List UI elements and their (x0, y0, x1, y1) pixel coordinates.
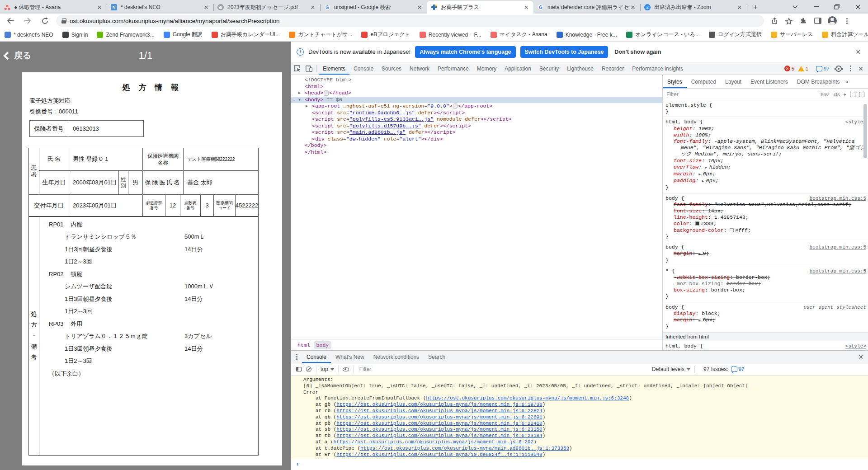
css-rule[interactable]: body {user agent stylesheetdisplay: bloc… (663, 302, 868, 333)
bookmark-item[interactable]: Zend Framework3... (97, 32, 154, 38)
stack-frame-link[interactable]: https://ost.okusuriplus.com/okusuriplus-… (336, 452, 542, 457)
stack-frame-link[interactable]: https://ost.okusuriplus.com/okusuriplus-… (334, 439, 533, 445)
infobar-close-icon[interactable]: ✕ (854, 47, 863, 56)
expand-arrow-icon[interactable]: ▶ (298, 90, 301, 97)
warning-badge[interactable]: 1 (798, 66, 808, 71)
drawer-menu-kebab-icon[interactable] (291, 352, 302, 362)
breadcrumb-html[interactable]: html (295, 341, 313, 349)
bookmark-item[interactable]: ログイン方式選択 (709, 31, 762, 38)
back-icon[interactable] (4, 14, 17, 28)
dom-tree-line[interactable]: </html> (291, 149, 662, 156)
stack-frame-link[interactable]: https://ost.okusuriplus.com/okusuriplus-… (426, 395, 629, 401)
console-issues-badge[interactable]: 97 (731, 367, 744, 372)
devtools-tab-network[interactable]: Network (406, 62, 434, 75)
stack-frame-link[interactable]: https://ost.okusuriplus.com/okusuriplus-… (336, 427, 542, 432)
stack-frame-link[interactable]: https://ost.okusuriplus.com/okusuriplus-… (336, 408, 542, 414)
address-bar[interactable]: ost.okusuriplus.com/okusuriplus-myna/all… (56, 15, 764, 27)
shorthand-arrow-icon[interactable]: ▶ (698, 318, 703, 322)
drawer-tab-network-conditions[interactable]: Network conditions (369, 351, 424, 363)
dom-tree-line[interactable]: <html> (291, 84, 662, 90)
css-property[interactable]: height: 100%; (665, 126, 866, 132)
bookmark-item[interactable]: Recently viewed – F... (420, 32, 481, 38)
bookmark-item[interactable]: Google 翻訳 (164, 31, 203, 38)
browser-tab-1[interactable]: ● 休暇管理 - Asana✕ (0, 1, 107, 14)
bookmark-item[interactable]: eBプロジェクト (361, 31, 410, 38)
console-stack-line[interactable]: at a (https://ost.okusuriplus.com/okusur… (291, 439, 868, 446)
drawer-close-icon[interactable]: ✕ (856, 352, 865, 362)
bookmark-item[interactable]: 料金計算ツール | Mic... (822, 31, 868, 38)
tab-close-icon[interactable]: ✕ (203, 4, 210, 11)
bookmark-item[interactable]: オンラインコース - いろ... (626, 31, 700, 38)
tab-close-icon[interactable]: ✕ (416, 4, 423, 11)
styles-tab-styles[interactable]: Styles (663, 75, 687, 88)
eye-icon[interactable] (341, 364, 351, 374)
dom-tree-line[interactable]: <script src="runtime.9adcbb0….js" defer>… (291, 110, 662, 117)
expand-arrow-icon[interactable]: ▶ (306, 103, 308, 110)
css-property[interactable]: font-size: 16px; (665, 158, 866, 164)
css-property[interactable]: margin: ▶ 8px; (665, 317, 866, 324)
always-match-language-button[interactable]: Always match Chrome's language (415, 46, 515, 58)
shorthand-arrow-icon[interactable]: ▶ (698, 172, 703, 176)
extensions-puzzle-icon[interactable] (797, 14, 810, 28)
class-toggle[interactable]: .cls (832, 92, 840, 97)
issues-badge[interactable]: 97 (816, 66, 829, 71)
devtools-tab-sources[interactable]: Sources (377, 62, 406, 75)
css-property[interactable]: margin: ▶ 0; (665, 250, 866, 257)
drawer-tab-search[interactable]: Search (424, 351, 450, 363)
back-button[interactable]: 戻る (5, 50, 31, 61)
stylesheet-link[interactable]: bootstrap.min.css:5 (810, 268, 866, 274)
computed-panel-icon[interactable] (859, 92, 864, 97)
browser-tab-4[interactable]: Gunsigned - Google 検索✕ (320, 1, 427, 14)
color-swatch[interactable] (730, 228, 734, 232)
drawer-tab-what's-new[interactable]: What's New (331, 351, 369, 363)
css-property[interactable]: font-family: -apple-system, BlinkMacSyst… (665, 138, 866, 158)
device-toolbar-icon[interactable] (303, 63, 315, 75)
maximize-restore-button[interactable] (826, 0, 847, 14)
css-property[interactable]: overflow: ▶ hidden; (665, 164, 866, 171)
new-tab-button[interactable]: + (750, 1, 761, 13)
tab-close-icon[interactable]: ✕ (523, 4, 530, 11)
console-stack-line[interactable]: at rb (https://ost.okusuriplus.com/okusu… (291, 408, 868, 414)
css-rule[interactable]: html, body {<style>height: 100%;width: 1… (663, 117, 868, 193)
side-panel-icon[interactable] (811, 14, 825, 28)
breadcrumb-body[interactable]: body (314, 341, 332, 349)
chrome-menu-kebab-icon[interactable] (840, 14, 854, 28)
css-property[interactable]: box-sizing: border-box; (665, 287, 866, 293)
css-property[interactable]: padding: ▶ 0px; (665, 178, 866, 184)
shorthand-arrow-icon[interactable]: ▶ (702, 179, 706, 183)
console-message-line[interactable]: Error (291, 390, 868, 396)
minimize-button[interactable] (806, 0, 826, 14)
tab-close-icon[interactable]: ✕ (629, 4, 637, 11)
stack-frame-link[interactable]: https://ost.okusuriplus.com/okusuriplus-… (336, 421, 542, 426)
css-property[interactable]: font-size: 14px; (665, 208, 866, 214)
devtools-tab-performance[interactable]: Performance (434, 62, 473, 75)
dom-tree-line[interactable]: <!DOCTYPE html> (291, 77, 662, 84)
grid-overlay-icon[interactable] (850, 92, 855, 97)
devtools-tab-security[interactable]: Security (535, 62, 563, 75)
lock-icon[interactable] (61, 18, 66, 24)
styles-tab-computed[interactable]: Computed (687, 75, 721, 88)
css-property[interactable]: line-height: 1.42857143; (665, 214, 866, 221)
tab-close-icon[interactable]: ✕ (736, 4, 743, 11)
shorthand-arrow-icon[interactable]: ▶ (705, 165, 709, 169)
bookmark-star-icon[interactable] (782, 14, 796, 28)
styles-tab-layout[interactable]: Layout (721, 75, 746, 88)
dom-tree-line[interactable]: ▶<app-root _nghost-asf-c51 ng-version="9… (291, 103, 662, 110)
stylesheet-link[interactable]: user agent stylesheet (803, 304, 866, 310)
bookmark-item[interactable]: サーバーレス (771, 31, 813, 38)
styles-tab-dom-breakpoints[interactable]: DOM Breakpoints (793, 75, 844, 88)
tab-search-chevron-icon[interactable] (785, 0, 806, 14)
devtools-tab-memory[interactable]: Memory (473, 62, 500, 75)
console-stack-line[interactable]: at sb (https://ost.okusuriplus.com/okusu… (291, 427, 868, 433)
bookmark-item[interactable]: Sign in (62, 32, 88, 38)
css-property[interactable]: display: block; (665, 310, 866, 317)
css-property[interactable]: background-color: #fff; (665, 227, 866, 234)
dom-tree-line[interactable]: <script src="polyfills.d157d9b….js" defe… (291, 123, 662, 130)
browser-tab-7[interactable]: Z出席済み出席者 - Zoom✕ (640, 1, 747, 14)
forward-icon[interactable] (21, 14, 34, 28)
css-property[interactable]: -webkit-box-sizing: border-box; (665, 274, 866, 281)
clear-console-icon[interactable] (304, 364, 314, 374)
browser-tab-3[interactable]: ◍2023年度期初メッセージ.pdf✕ (213, 1, 320, 14)
css-property[interactable]: color: #333; (665, 221, 866, 227)
stack-frame-link[interactable]: https://ost.okusuriplus.com/okusuriplus-… (336, 433, 542, 438)
